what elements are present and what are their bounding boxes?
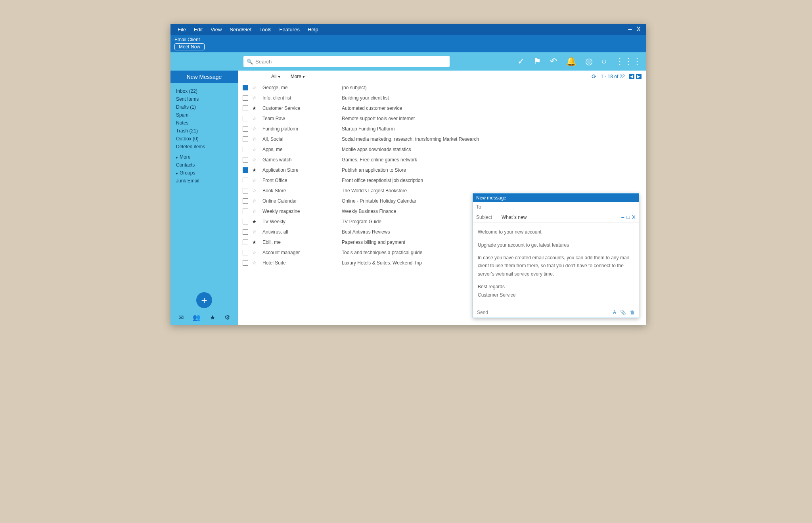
folder-deleted[interactable]: Deleted items — [176, 143, 238, 151]
message-row[interactable]: ☆Apps, meMobile apps downloads statistic… — [238, 144, 646, 155]
menu-view[interactable]: View — [207, 27, 226, 33]
search-input[interactable]: 🔍 Search — [243, 56, 450, 67]
compose-panel: New message To Subject What´s new – □ X … — [473, 193, 639, 318]
refresh-icon[interactable]: ⟳ — [592, 73, 597, 80]
page-next-button[interactable]: ▶ — [636, 74, 642, 79]
page-prev-button[interactable]: ◀ — [629, 74, 634, 79]
row-checkbox[interactable] — [243, 126, 248, 132]
star-icon[interactable]: ☆ — [252, 147, 259, 152]
star-icon[interactable]: ☆ — [252, 136, 259, 142]
row-checkbox[interactable] — [243, 95, 248, 101]
star-icon[interactable]: ★ — [252, 219, 259, 224]
folder-inbox[interactable]: Inbox (22) — [176, 87, 238, 95]
circle-icon[interactable]: ○ — [601, 56, 607, 67]
message-row[interactable]: ☆Games watchGames. Free online games net… — [238, 155, 646, 165]
star-icon[interactable]: ★ — [252, 239, 259, 245]
menu-sendget[interactable]: Send/Get — [226, 27, 255, 33]
folder-sent[interactable]: Sent Items — [176, 95, 238, 103]
message-row[interactable]: ☆George, me(no subject) — [238, 82, 646, 93]
message-row[interactable]: ★Application StorePublish an application… — [238, 165, 646, 175]
row-checkbox[interactable] — [243, 167, 248, 173]
compose-close-icon[interactable]: X — [632, 214, 636, 220]
brand-block: Email Client Meet Now — [174, 37, 205, 51]
row-checkbox[interactable] — [243, 198, 248, 204]
row-checkbox[interactable] — [243, 260, 248, 266]
message-row[interactable]: ☆Info, client listBuilding your client l… — [238, 93, 646, 103]
menu-features[interactable]: Features — [276, 27, 304, 33]
row-checkbox[interactable] — [243, 157, 248, 163]
star-icon[interactable]: ☆ — [252, 178, 259, 183]
filter-all[interactable]: All ▾ — [271, 74, 280, 79]
row-checkbox[interactable] — [243, 136, 248, 142]
row-checkbox[interactable] — [243, 219, 248, 224]
star-icon[interactable]: ★ — [252, 105, 259, 111]
row-checkbox[interactable] — [243, 116, 248, 121]
window-close-icon[interactable]: X — [634, 26, 643, 33]
row-sender: TV Weekly — [262, 219, 342, 224]
flag-icon[interactable]: ⚑ — [533, 56, 541, 67]
star-icon[interactable]: ☆ — [252, 188, 259, 193]
star-icon[interactable]: ☆ — [252, 260, 259, 266]
row-checkbox[interactable] — [243, 147, 248, 152]
star-icon[interactable]: ☆ — [252, 209, 259, 214]
row-checkbox[interactable] — [243, 239, 248, 245]
row-checkbox[interactable] — [243, 188, 248, 193]
send-button[interactable]: Send — [477, 310, 488, 315]
tab-people-icon[interactable]: 👥 — [193, 314, 201, 321]
message-row[interactable]: ☆Front OfficeFront office receptionist j… — [238, 175, 646, 186]
star-icon[interactable]: ☆ — [252, 126, 259, 132]
row-checkbox[interactable] — [243, 85, 248, 90]
menu-help[interactable]: Help — [304, 27, 322, 33]
meet-now-button[interactable]: Meet Now — [174, 43, 205, 50]
menu-file[interactable]: File — [174, 27, 190, 33]
row-checkbox[interactable] — [243, 178, 248, 183]
star-icon[interactable]: ☆ — [252, 229, 259, 235]
star-icon[interactable]: ☆ — [252, 157, 259, 163]
compose-subject-row[interactable]: Subject What´s new – □ X — [473, 212, 639, 222]
menu-tools[interactable]: Tools — [255, 27, 275, 33]
filter-more[interactable]: More ▾ — [291, 74, 305, 79]
grid-icon[interactable]: ⋮⋮⋮ — [615, 56, 642, 67]
format-text-icon[interactable]: A — [613, 310, 616, 315]
folder-spam[interactable]: Spam — [176, 111, 238, 119]
star-icon[interactable]: ☆ — [252, 116, 259, 121]
folder-drafts[interactable]: Drafts (1) — [176, 103, 238, 111]
window-minimize-icon[interactable]: – — [626, 26, 634, 33]
star-icon[interactable]: ★ — [252, 167, 259, 173]
message-row[interactable]: ☆Team RawRemote support tools over inter… — [238, 113, 646, 124]
star-icon[interactable]: ☆ — [252, 198, 259, 204]
star-icon[interactable]: ☆ — [252, 250, 259, 255]
sidebar-contacts[interactable]: Contacts — [176, 161, 238, 169]
row-checkbox[interactable] — [243, 250, 248, 255]
message-row[interactable]: ★Customer ServiceAutomated customer serv… — [238, 103, 646, 113]
star-icon[interactable]: ☆ — [252, 85, 259, 90]
message-row[interactable]: ☆All, SocialSocial media marketing, rese… — [238, 134, 646, 144]
tab-star-icon[interactable]: ★ — [210, 314, 215, 321]
trash-icon[interactable]: 🗑 — [630, 310, 635, 315]
sidebar-more[interactable]: More — [176, 153, 238, 161]
star-icon[interactable]: ☆ — [252, 95, 259, 101]
row-checkbox[interactable] — [243, 229, 248, 235]
target-icon[interactable]: ◎ — [585, 56, 593, 67]
message-row[interactable]: ☆Funding platformStartup Funding Platfor… — [238, 124, 646, 134]
menu-edit[interactable]: Edit — [190, 27, 207, 33]
compose-minimize-icon[interactable]: – — [621, 214, 624, 220]
folder-notes[interactable]: Notes — [176, 119, 238, 127]
row-checkbox[interactable] — [243, 105, 248, 111]
sidebar-groups[interactable]: Groups — [176, 169, 238, 177]
folder-trash[interactable]: Trash (21) — [176, 127, 238, 135]
row-checkbox[interactable] — [243, 209, 248, 214]
bell-icon[interactable]: 🔔 — [566, 56, 576, 67]
compose-to-row[interactable]: To — [473, 202, 639, 212]
undo-icon[interactable]: ↶ — [550, 56, 557, 67]
compose-body[interactable]: Welcome to your new account Upgrade your… — [473, 222, 639, 307]
check-icon[interactable]: ✓ — [517, 56, 525, 67]
attachment-icon[interactable]: 📎 — [620, 310, 626, 315]
add-button[interactable]: + — [196, 292, 212, 308]
tab-mail-icon[interactable]: ✉ — [178, 314, 184, 321]
compose-maximize-icon[interactable]: □ — [626, 214, 630, 220]
tab-settings-icon[interactable]: ⚙ — [224, 314, 230, 321]
new-message-button[interactable]: New Message — [170, 71, 238, 83]
sidebar-junk[interactable]: Junk Email — [176, 177, 238, 185]
folder-outbox[interactable]: Outbox (0) — [176, 135, 238, 143]
